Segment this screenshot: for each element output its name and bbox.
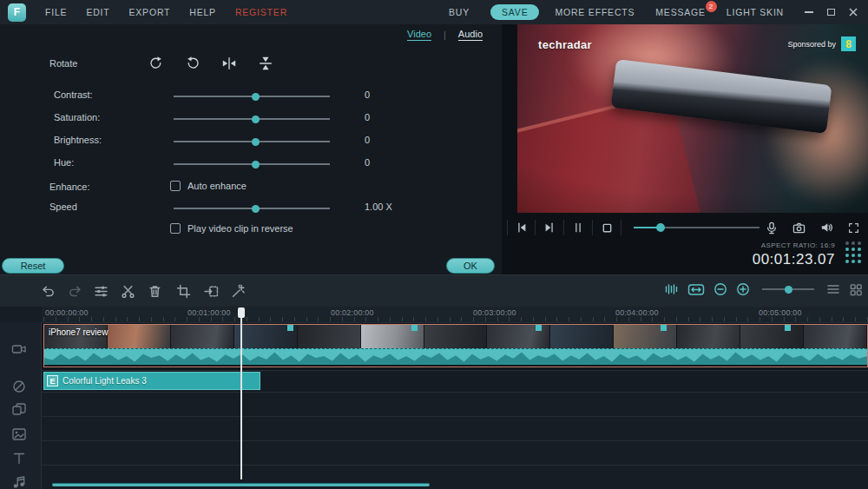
speed-slider-thumb[interactable] bbox=[252, 205, 260, 213]
rotate-counterclockwise-icon[interactable] bbox=[185, 56, 201, 71]
undo-button[interactable] bbox=[41, 284, 56, 299]
delete-button[interactable] bbox=[148, 284, 162, 299]
close-icon[interactable] bbox=[849, 8, 858, 17]
ruler-label-3: 00:03:00:00 bbox=[473, 308, 516, 317]
light-skin-button[interactable]: LIGHT SKIN bbox=[727, 7, 784, 17]
timeline-ruler[interactable]: 00:00:00:00 00:01:00:00 00:02:00:00 00:0… bbox=[42, 307, 868, 322]
effect-clip[interactable]: E Colorful Light Leaks 3 bbox=[43, 372, 260, 390]
audio-track-icon[interactable] bbox=[11, 474, 27, 489]
clip-marker bbox=[536, 325, 542, 331]
seek-slider[interactable] bbox=[634, 227, 760, 228]
ruler-label-5: 00:05:00:00 bbox=[759, 308, 802, 317]
seek-thumb[interactable] bbox=[656, 223, 665, 232]
zoom-out-button[interactable] bbox=[713, 282, 727, 296]
speed-slider[interactable] bbox=[174, 208, 330, 209]
top-menu-bar: F FILE EDIT EXPORT HELP REGISTER BUY SAV… bbox=[0, 0, 868, 24]
more-effects-button[interactable]: MORE EFFECTS bbox=[555, 7, 635, 17]
contrast-value: 0 bbox=[365, 89, 370, 100]
ok-button[interactable]: OK bbox=[446, 258, 495, 274]
stop-button[interactable] bbox=[593, 220, 621, 235]
hue-slider-thumb[interactable] bbox=[252, 161, 260, 169]
overlay-track-icon[interactable] bbox=[11, 402, 27, 418]
effects-track-icon[interactable] bbox=[11, 379, 27, 394]
text-track-icon[interactable] bbox=[11, 451, 27, 466]
next-frame-button[interactable] bbox=[536, 220, 564, 235]
split-scissors-button[interactable] bbox=[121, 284, 135, 299]
hue-slider[interactable] bbox=[174, 163, 330, 165]
snapshot-camera-button[interactable] bbox=[792, 222, 806, 234]
video-track-icon[interactable] bbox=[11, 341, 27, 357]
reset-button[interactable]: Reset bbox=[2, 258, 64, 274]
app-logo-letter: F bbox=[14, 6, 20, 18]
pause-button[interactable] bbox=[564, 220, 593, 235]
sponsored-by-label: Sponsored by bbox=[787, 40, 836, 49]
volume-button[interactable] bbox=[820, 221, 833, 234]
timeline-scrollbar[interactable] bbox=[52, 483, 430, 486]
message-badge: 2 bbox=[706, 1, 717, 12]
timeline-toolbar bbox=[0, 275, 868, 307]
contrast-slider[interactable] bbox=[174, 96, 330, 97]
timeline-section: 00:00:00:00 00:01:00:00 00:02:00:00 00:0… bbox=[0, 274, 868, 489]
resize-handle-dots[interactable] bbox=[845, 241, 861, 263]
message-button-label: MESSAGE bbox=[655, 7, 706, 17]
voiceover-mic-button[interactable] bbox=[766, 221, 778, 235]
flip-vertical-icon[interactable] bbox=[258, 56, 273, 71]
message-button[interactable]: MESSAGE 2 bbox=[655, 7, 706, 17]
effects-wand-button[interactable] bbox=[231, 284, 246, 299]
effect-clip-icon: E bbox=[47, 375, 58, 387]
menu-item-help[interactable]: HELP bbox=[189, 7, 216, 17]
tab-audio[interactable]: Audio bbox=[458, 29, 483, 41]
menu-item-file[interactable]: FILE bbox=[45, 7, 67, 17]
list-view-button[interactable] bbox=[826, 283, 840, 295]
previous-frame-button[interactable] bbox=[507, 220, 536, 235]
tab-separator: | bbox=[444, 30, 446, 40]
brightness-slider-thumb[interactable] bbox=[252, 138, 260, 146]
crop-button[interactable] bbox=[176, 284, 191, 299]
auto-enhance-checkbox[interactable] bbox=[170, 181, 181, 191]
audio-mixer-button[interactable] bbox=[94, 284, 108, 299]
ruler-label-1: 00:01:00:00 bbox=[187, 308, 231, 317]
buy-button[interactable]: BUY bbox=[449, 7, 470, 17]
timeline-zoom-slider[interactable] bbox=[762, 288, 814, 290]
menu-item-register[interactable]: REGISTER bbox=[235, 7, 287, 17]
play-reverse-checkbox[interactable] bbox=[170, 223, 181, 234]
timeline-zoom-thumb[interactable] bbox=[785, 286, 792, 294]
zoom-in-button[interactable] bbox=[736, 282, 750, 296]
tab-video[interactable]: Video bbox=[407, 29, 431, 41]
redo-button[interactable] bbox=[68, 284, 82, 299]
maximize-icon[interactable] bbox=[827, 9, 835, 16]
minimize-icon[interactable] bbox=[805, 11, 813, 13]
menu-item-export[interactable]: EXPORT bbox=[129, 7, 171, 17]
brightness-label: Brightness: bbox=[54, 135, 102, 145]
preview-video[interactable]: techradar Sponsored by 8 bbox=[517, 24, 868, 213]
contrast-slider-thumb[interactable] bbox=[252, 93, 260, 101]
speed-value: 1.00 X bbox=[365, 202, 392, 212]
clip-thumbnails bbox=[44, 325, 867, 348]
save-button[interactable]: SAVE bbox=[490, 4, 539, 20]
video-clip[interactable]: iPhone7 review bbox=[43, 324, 868, 367]
playhead-line[interactable] bbox=[240, 317, 242, 479]
speed-label: Speed bbox=[49, 202, 77, 212]
saturation-slider-thumb[interactable] bbox=[252, 116, 260, 123]
brightness-slider[interactable] bbox=[174, 141, 330, 142]
app-logo[interactable]: F bbox=[8, 3, 26, 22]
export-frame-button[interactable] bbox=[204, 284, 219, 299]
reset-button-label: Reset bbox=[21, 261, 46, 271]
audio-waveform-toggle[interactable] bbox=[664, 282, 679, 296]
saturation-row: Saturation: 0 bbox=[0, 109, 502, 129]
grid-view-button[interactable] bbox=[849, 283, 863, 296]
techradar-watermark: techradar bbox=[538, 38, 592, 51]
flip-horizontal-icon[interactable] bbox=[221, 56, 237, 71]
elements-track-icon[interactable] bbox=[11, 426, 27, 442]
menu-item-edit[interactable]: EDIT bbox=[86, 7, 109, 17]
fit-to-timeline-button[interactable] bbox=[687, 283, 705, 296]
ruler-label-2: 00:02:00:00 bbox=[331, 308, 374, 317]
current-timecode: 00:01:23.07 bbox=[753, 251, 835, 268]
saturation-value: 0 bbox=[365, 112, 370, 122]
clip-marker bbox=[411, 325, 418, 331]
preview-panel: techradar Sponsored by 8 bbox=[502, 24, 868, 274]
fullscreen-button[interactable] bbox=[848, 222, 859, 234]
saturation-slider[interactable] bbox=[174, 118, 330, 120]
auto-enhance-label: Auto enhance bbox=[187, 181, 247, 191]
rotate-clockwise-icon[interactable] bbox=[148, 56, 164, 71]
